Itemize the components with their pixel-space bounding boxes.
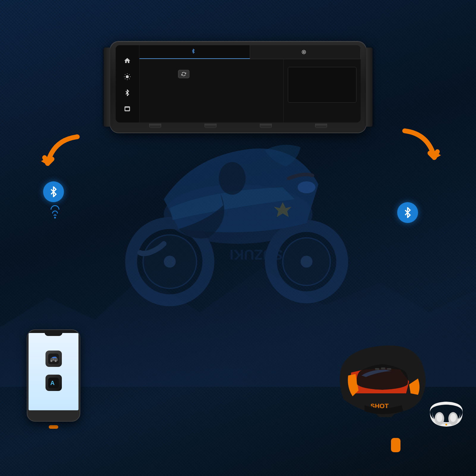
- bluetooth-icon-right: [397, 202, 418, 223]
- svg-point-25: [436, 414, 442, 422]
- svg-point-9: [298, 181, 315, 193]
- carplay-icon-img: ♪: [45, 351, 62, 367]
- helmet-svg: SHOT: [326, 340, 439, 429]
- svg-point-27: [450, 414, 456, 422]
- earbuds-svg: [427, 396, 466, 432]
- bluetooth-icon-left: [43, 181, 64, 202]
- phone-screen: ♪ A: [29, 333, 78, 410]
- phone-container: ♪ A: [24, 329, 83, 430]
- phone-label-box: [49, 425, 58, 429]
- svg-rect-22: [381, 367, 385, 369]
- svg-point-16: [55, 360, 56, 362]
- svg-rect-23: [387, 368, 391, 370]
- svg-point-6: [301, 256, 312, 268]
- svg-point-3: [164, 256, 176, 268]
- sidebar-brightness-icon[interactable]: [122, 72, 132, 81]
- svg-point-15: [51, 360, 52, 362]
- wifi-signal: [51, 205, 59, 219]
- svg-point-0: [126, 75, 129, 78]
- scan-field: [145, 70, 277, 78]
- wifi-arc-medium: [52, 210, 58, 213]
- android-icon-img: A: [45, 375, 62, 391]
- android-auto-app-icon: A: [45, 375, 62, 393]
- phone-device: ♪ A: [27, 329, 80, 422]
- svg-text:A: A: [50, 380, 54, 386]
- tab-aux[interactable]: [250, 45, 361, 59]
- motorcycle-background: SUZUKI: [104, 95, 372, 318]
- right-arrow: [393, 122, 446, 175]
- left-arrow: [36, 128, 89, 181]
- aux-icon: [302, 50, 306, 54]
- phone-notch: [45, 330, 62, 336]
- svg-text:SUZUKI: SUZUKI: [230, 247, 283, 263]
- svg-rect-21: [375, 368, 379, 370]
- wifi-arc-small: [54, 214, 56, 216]
- scan-button[interactable]: [178, 70, 189, 78]
- helmet-area: SHOT: [326, 340, 466, 452]
- svg-point-28: [445, 424, 447, 425]
- tab-bt-icon: [191, 49, 196, 55]
- wifi-arc-large: [51, 205, 59, 210]
- screen-tabs: [139, 45, 361, 59]
- tab-bt-transmitter[interactable]: [139, 45, 250, 59]
- svg-text:♪: ♪: [53, 357, 54, 360]
- carplay-app-icon: ♪: [45, 351, 62, 369]
- svg-point-8: [219, 162, 246, 195]
- wifi-dot: [54, 217, 56, 219]
- sidebar-home-icon[interactable]: [122, 56, 132, 65]
- helmet-label-box: [391, 438, 400, 452]
